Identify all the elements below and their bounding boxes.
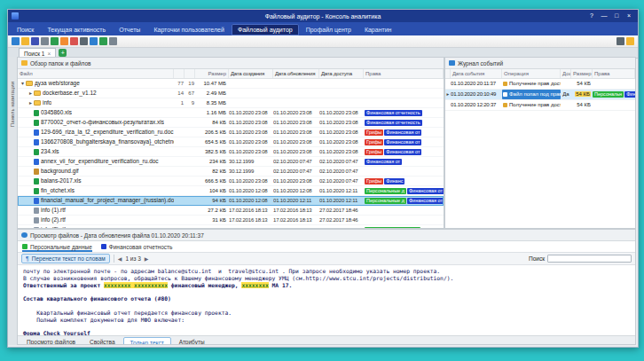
viewer-search-input[interactable] xyxy=(547,255,632,263)
files-column-header-3[interactable]: Размер xyxy=(195,69,229,78)
file-modified-date: 01.10.2020 12:11 xyxy=(273,196,319,205)
viewer-tab-file-view[interactable]: Просмотр файлов xyxy=(20,337,82,345)
file-name: 1366270808_buhgalterskaya_finansovaya}_o… xyxy=(41,137,174,146)
viewer-toolbar: ¶ Перенести текст по словам ◀ 1 из 3 ▶ П… xyxy=(18,253,635,265)
table-row[interactable]: ▸info198.35 МБ xyxy=(18,98,444,108)
ribbon-tab-profile-center[interactable]: Профайл центр xyxy=(300,24,357,35)
journal-row[interactable]: 01.10.2020 20:11:37Получение прав доступ… xyxy=(445,79,635,90)
help-button[interactable]: ? xyxy=(586,12,597,20)
journal-column-header-1[interactable]: Дата события xyxy=(451,69,502,78)
journal-column-header-2[interactable]: Операция xyxy=(502,69,561,78)
ribbon-tab-reports[interactable]: Отчеты xyxy=(113,24,146,35)
export-icon[interactable] xyxy=(51,37,59,45)
file-name: background.gif xyxy=(41,167,79,176)
files-column-header-1[interactable] xyxy=(174,69,185,78)
category-badge: Грифы xyxy=(365,139,383,145)
wrap-text-button[interactable]: ¶ Перенести текст по словам xyxy=(21,254,110,263)
viewer-bottom-tabs: Просмотр файловСвойстваТолько текстАтриб… xyxy=(18,335,635,345)
refresh-icon[interactable] xyxy=(99,37,107,45)
journal-column-header-3[interactable]: Дост xyxy=(561,69,571,78)
table-row[interactable]: financial_manual_for_project_manager_(ru… xyxy=(18,196,444,206)
file-name: 0345860.xls xyxy=(41,108,72,117)
files-column-header-5[interactable]: Дата обновления xyxy=(273,69,319,78)
ribbon-tab-search[interactable]: Поиск xyxy=(11,24,40,35)
next-page-button[interactable]: ▶ xyxy=(145,255,149,262)
journal-column-header-4[interactable]: Размер xyxy=(571,69,593,78)
journal-row[interactable]: ▸01.10.2020 20:10:49Файл попал под прави… xyxy=(445,90,635,100)
files-count-2 xyxy=(185,206,195,215)
viewer-tab-attributes[interactable]: Атрибуты xyxy=(173,337,211,345)
close-tab-icon[interactable]: × xyxy=(47,51,51,57)
table-row[interactable]: 234.xls382.5 КБ01.10.2020 23:0801.10.202… xyxy=(18,147,444,157)
delete-icon[interactable] xyxy=(70,37,78,45)
table-row[interactable]: 8770002_отчет-о-финансовых-результатах.x… xyxy=(18,118,444,128)
file-created-date: 01.10.2020 23:08 xyxy=(229,147,273,156)
files-count-2 xyxy=(185,216,195,224)
files-column-header-4[interactable]: Дата создания xyxy=(229,69,273,78)
viewer-tab-text-only[interactable]: Только текст xyxy=(123,337,171,345)
add-tab-button[interactable]: + xyxy=(59,49,67,57)
close-button[interactable]: × xyxy=(624,12,634,20)
ribbon-tab-current-activity[interactable]: Текущая активность xyxy=(41,24,112,35)
minimize-button[interactable]: — xyxy=(599,12,609,20)
viewer-panel-header: Просмотр файлов - Дата обновления файла … xyxy=(18,230,635,241)
copy-icon[interactable] xyxy=(60,37,68,45)
tree-expander-icon[interactable]: ▸ xyxy=(27,89,34,98)
category-badge: Грифы xyxy=(365,149,383,155)
table-row[interactable]: ▸dockerbase.er_v1.1214672.49 МБ xyxy=(18,89,444,98)
viewer-panel-title: Просмотр файлов - Дата обновления файла … xyxy=(30,232,204,239)
ribbon-tab-file-auditor[interactable]: Файловый аудитор xyxy=(232,24,299,35)
tab-search-1-label: Поиск 1 xyxy=(24,51,44,57)
columns-icon[interactable] xyxy=(80,37,88,45)
prev-page-button[interactable]: ◀ xyxy=(118,255,122,262)
settings-icon[interactable] xyxy=(109,37,117,45)
files-column-header-0[interactable]: Файл xyxy=(18,69,174,78)
viewer-tab-properties[interactable]: Свойства xyxy=(83,337,122,345)
table-row[interactable]: 129-696_riza_la_t2_expenditure_verificat… xyxy=(18,128,444,137)
category-tab-personal-data[interactable]: Персональные данные xyxy=(22,241,92,252)
files-column-header-6[interactable]: Дата доступа xyxy=(319,69,364,78)
open-folder-icon[interactable] xyxy=(21,37,29,45)
ribbon-tab-quarantine[interactable]: Карантин xyxy=(358,24,398,35)
table-row[interactable]: 1366270808_buhgalterskaya_finansovaya}_o… xyxy=(18,137,444,147)
document-line: Квартальный финансовый отчет передается … xyxy=(23,310,630,317)
maximize-button[interactable]: □ xyxy=(611,12,622,20)
files-count-2 xyxy=(185,167,195,176)
excel-file-icon xyxy=(34,178,39,184)
category-badge: Грифы xyxy=(365,129,383,136)
document-content[interactable]: почту по электронной почте - по адресам … xyxy=(18,265,635,335)
word-file-icon xyxy=(34,198,39,204)
new-search-icon[interactable] xyxy=(12,37,20,45)
journal-column-header-5[interactable]: Права xyxy=(593,69,635,78)
print-icon[interactable] xyxy=(41,37,49,45)
tree-expander-icon[interactable]: ▾ xyxy=(20,79,26,88)
tree-expander-icon[interactable]: ▸ xyxy=(27,98,34,107)
document-line: Ответственный за проект xxxxxxxx xxxxxxx… xyxy=(23,282,630,289)
table-row[interactable]: balans-2017.xls666.5 КБ01.10.2020 23:080… xyxy=(18,177,444,186)
files-column-header-2[interactable] xyxy=(185,69,195,78)
table-row[interactable]: annex_vii_for_expenditure_verification_r… xyxy=(18,157,444,167)
file-modified-date: 01.10.2020 23:08 xyxy=(273,137,319,146)
table-row[interactable]: info (2).rtf31 КБ17.02.2016 18:1317.02.2… xyxy=(18,216,444,225)
category-tab-financial-reports[interactable]: Финансовая отчетность xyxy=(101,241,173,252)
text-segment: почту по электронной почте - по адресам … xyxy=(23,268,440,274)
app-icon xyxy=(12,12,19,20)
filter-icon[interactable] xyxy=(90,37,98,45)
ribbon-tab-user-cards[interactable]: Карточки пользователей xyxy=(147,24,230,35)
table-row[interactable]: fin_otchet.xls104 КБ01.10.2020 12:0801.1… xyxy=(18,186,444,196)
file-modified-date: 01.10.2020 23:08 xyxy=(273,128,319,137)
file-modified-date: 17.02.2016 18:13 xyxy=(273,206,319,215)
table-row[interactable]: info (1).rtf27.2 КБ17.02.2016 18:1317.02… xyxy=(18,206,444,216)
table-row[interactable]: ▾дуза web/storage771910.47 МБ xyxy=(18,79,444,89)
table-row[interactable]: background.gif82 КБ30.12.199902.10.2020 … xyxy=(18,167,444,177)
permissions-cell: ГрифыФинансовая от xyxy=(364,137,444,146)
layout-icon[interactable] xyxy=(617,37,624,45)
files-column-header-7[interactable]: Права xyxy=(364,69,444,78)
table-row[interactable]: 0345860.xls1.16 МБ01.10.2020 23:0801.10.… xyxy=(18,108,444,118)
file-name-cell: fin_otchet.xls xyxy=(18,186,174,195)
titlebar[interactable]: Файловый аудитор - Консоль аналитика ?—□… xyxy=(8,10,638,22)
save-icon[interactable] xyxy=(31,37,39,45)
journal-row[interactable]: 01.10.2020 12:20:37Получение прав доступ… xyxy=(445,100,635,111)
file-accessed-date: 01.10.2020 23:08 xyxy=(319,118,364,127)
pin-icon[interactable] xyxy=(626,37,634,45)
